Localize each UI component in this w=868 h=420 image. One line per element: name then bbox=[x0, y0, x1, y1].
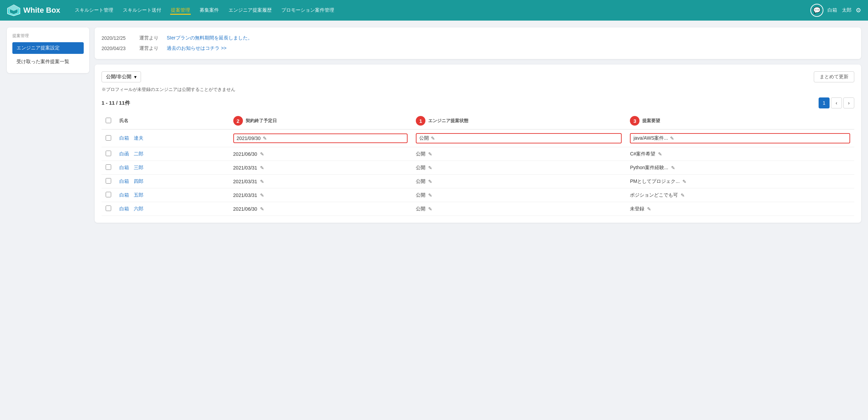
row-checkbox-3[interactable] bbox=[106, 178, 111, 184]
nav-proposal[interactable]: 提案管理 bbox=[170, 6, 191, 15]
notice-from-1: 運営より bbox=[139, 35, 160, 41]
nav-proposal-history[interactable]: エンジニア提案履歴 bbox=[228, 6, 272, 15]
notice-link-2[interactable]: 過去のお知らせはコチラ >> bbox=[167, 45, 226, 51]
table-body: 白箱 達夫2021/09/30✎公開✎java/AWS案件...✎白函 二郎20… bbox=[102, 129, 854, 216]
nav-skill-sheet[interactable]: スキルシート管理 bbox=[74, 6, 114, 15]
col-proposal-demand: 3 提案要望 bbox=[626, 113, 854, 129]
engineer-name-link-1[interactable]: 白函 二郎 bbox=[119, 151, 225, 157]
row-contract-end: 2021/03/31✎ bbox=[229, 161, 412, 175]
demand-cell-2: Python案件経験...✎ bbox=[630, 165, 850, 171]
contract-edit-icon[interactable]: ✎ bbox=[263, 136, 267, 141]
row-contract-end: 2021/03/31✎ bbox=[229, 188, 412, 202]
row-checkbox-5[interactable] bbox=[106, 206, 111, 211]
status-edit-icon[interactable]: ✎ bbox=[428, 206, 432, 212]
sidebar: 提案管理 エンジニア提案設定 受け取った案件提案一覧 bbox=[7, 27, 89, 413]
row-proposal-status: 公開✎ bbox=[412, 161, 626, 175]
logo-text: White Box bbox=[23, 6, 60, 15]
col-contract-end: 2 契約終了予定日 bbox=[229, 113, 412, 129]
select-all-checkbox[interactable] bbox=[106, 118, 111, 123]
profile-notice: ※プロフィールが未登録のエンジニアは公開することができません bbox=[102, 86, 854, 93]
row-proposal-status: 公開✎ bbox=[412, 129, 626, 147]
demand-edit-icon[interactable]: ✎ bbox=[681, 192, 685, 198]
engineer-name-link-5[interactable]: 白箱 六郎 bbox=[119, 206, 225, 212]
batch-update-button[interactable]: まとめて更新 bbox=[814, 71, 854, 82]
demand-cell-3: PMとしてプロジェク...✎ bbox=[630, 178, 850, 185]
proposal-status-text: 公開 bbox=[416, 151, 425, 157]
row-contract-end: 2021/03/31✎ bbox=[229, 175, 412, 188]
row-proposal-status: 公開✎ bbox=[412, 188, 626, 202]
page-1-button[interactable]: 1 bbox=[819, 97, 830, 108]
proposal-status-text: 公開 bbox=[416, 206, 425, 212]
content-area: 2020/12/25 運営より SIerプランの無料期間を延長しました。 202… bbox=[95, 27, 861, 413]
proposal-demand-text: PMとしてプロジェク... bbox=[630, 178, 680, 185]
prev-page-button[interactable]: ‹ bbox=[831, 97, 842, 108]
row-proposal-demand: 未登録✎ bbox=[626, 202, 854, 216]
engineer-name-link-3[interactable]: 白箱 四郎 bbox=[119, 178, 225, 185]
chat-icon-button[interactable]: 💬 bbox=[810, 4, 823, 17]
sidebar-item-engineer-proposal[interactable]: エンジニア提案設定 bbox=[12, 42, 84, 54]
row-checkbox-0[interactable] bbox=[106, 135, 111, 141]
demand-edit-icon[interactable]: ✎ bbox=[658, 151, 662, 157]
engineer-name-link-2[interactable]: 白箱 三郎 bbox=[119, 165, 225, 171]
contract-edit-icon[interactable]: ✎ bbox=[260, 165, 264, 171]
status-edit-icon[interactable]: ✎ bbox=[428, 179, 432, 184]
row-contract-end: 2021/09/30✎ bbox=[229, 129, 412, 147]
nav-promotion[interactable]: プロモーション案件管理 bbox=[281, 6, 335, 15]
notice-from-2: 運営より bbox=[139, 45, 160, 51]
count-row: 1 - 11 / 11件 1 ‹ › bbox=[102, 97, 854, 108]
row-name: 白箱 三郎 bbox=[115, 161, 229, 175]
next-page-button[interactable]: › bbox=[843, 97, 854, 108]
sidebar-item-received-proposals[interactable]: 受け取った案件提案一覧 bbox=[12, 56, 84, 68]
row-proposal-demand: PMとしてプロジェク...✎ bbox=[626, 175, 854, 188]
table-row: 白箱 三郎2021/03/31✎公開✎Python案件経験...✎ bbox=[102, 161, 854, 175]
engineer-name-link-4[interactable]: 白箱 五郎 bbox=[119, 192, 225, 198]
badge-1: 1 bbox=[416, 116, 425, 126]
public-dropdown-button[interactable]: 公開/非公開 ▾ bbox=[102, 71, 141, 82]
status-edit-icon[interactable]: ✎ bbox=[428, 165, 432, 171]
contract-cell-3: 2021/03/31✎ bbox=[233, 179, 408, 184]
contract-edit-icon[interactable]: ✎ bbox=[260, 192, 264, 198]
logo-area: White Box bbox=[7, 4, 60, 16]
row-proposal-demand: ポジションどこでも可✎ bbox=[626, 188, 854, 202]
row-checkbox-2[interactable] bbox=[106, 164, 111, 170]
dropdown-label: 公開/非公開 bbox=[106, 74, 131, 80]
demand-edit-icon[interactable]: ✎ bbox=[647, 206, 651, 212]
row-name: 白箱 四郎 bbox=[115, 175, 229, 188]
demand-edit-icon[interactable]: ✎ bbox=[670, 136, 674, 141]
row-checkbox-1[interactable] bbox=[106, 151, 111, 156]
nav-recruit[interactable]: 募集案件 bbox=[199, 6, 220, 15]
nav-skill-send[interactable]: スキルシート送付 bbox=[122, 6, 162, 15]
row-checkbox-cell bbox=[102, 188, 115, 202]
contract-edit-icon[interactable]: ✎ bbox=[260, 179, 264, 184]
demand-cell-0: java/AWS案件...✎ bbox=[630, 133, 850, 143]
status-cell-5: 公開✎ bbox=[416, 206, 622, 212]
row-proposal-demand: java/AWS案件...✎ bbox=[626, 129, 854, 147]
contract-edit-icon[interactable]: ✎ bbox=[260, 206, 264, 212]
proposal-status-text: 公開 bbox=[419, 135, 429, 141]
header: White Box スキルシート管理 スキルシート送付 提案管理 募集案件 エン… bbox=[0, 0, 868, 21]
status-edit-icon[interactable]: ✎ bbox=[431, 136, 435, 141]
engineer-name-link-0[interactable]: 白箱 達夫 bbox=[119, 135, 225, 141]
contract-date-text: 2021/06/30 bbox=[233, 151, 257, 157]
status-cell-1: 公開✎ bbox=[416, 151, 622, 157]
demand-edit-icon[interactable]: ✎ bbox=[671, 165, 675, 171]
contract-cell-5: 2021/06/30✎ bbox=[233, 206, 408, 212]
notice-date-2: 2020/04/23 bbox=[102, 46, 132, 51]
contract-cell-0: 2021/09/30✎ bbox=[233, 133, 408, 143]
contract-edit-icon[interactable]: ✎ bbox=[260, 151, 264, 157]
col-proposal-status: 1 エンジニア提案状態 bbox=[412, 113, 626, 129]
row-name: 白函 二郎 bbox=[115, 147, 229, 161]
notice-link-1[interactable]: SIerプランの無料期間を延長しました。 bbox=[167, 35, 253, 41]
status-edit-icon[interactable]: ✎ bbox=[428, 151, 432, 157]
contract-cell-1: 2021/06/30✎ bbox=[233, 151, 408, 157]
row-checkbox-4[interactable] bbox=[106, 192, 111, 197]
toolbar: 公開/非公開 ▾ まとめて更新 bbox=[102, 71, 854, 82]
row-checkbox-cell bbox=[102, 175, 115, 188]
sidebar-section-label: 提案管理 bbox=[12, 33, 84, 39]
gear-icon[interactable]: ⚙ bbox=[856, 7, 861, 14]
status-edit-icon[interactable]: ✎ bbox=[428, 192, 432, 198]
demand-edit-icon[interactable]: ✎ bbox=[682, 179, 687, 184]
main-nav: スキルシート管理 スキルシート送付 提案管理 募集案件 エンジニア提案履歴 プロ… bbox=[74, 6, 335, 15]
notice-row-2: 2020/04/23 運営より 過去のお知らせはコチラ >> bbox=[102, 43, 854, 54]
notice-date-1: 2020/12/25 bbox=[102, 35, 132, 41]
